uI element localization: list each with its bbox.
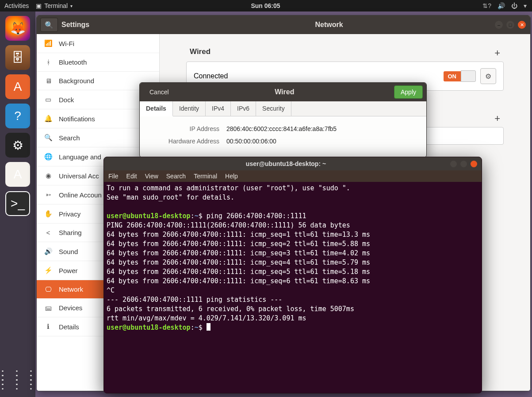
sidebar-item-label: Online Accoun bbox=[59, 191, 102, 199]
dock-settings-icon[interactable]: ⚙ bbox=[5, 133, 30, 158]
maximize-icon[interactable] bbox=[460, 161, 467, 167]
activities-button[interactable]: Activities bbox=[4, 2, 29, 9]
add-connection-button[interactable]: + bbox=[494, 47, 500, 59]
sidebar-item-label: Dock bbox=[59, 96, 74, 104]
dock-updater-icon[interactable]: A bbox=[5, 162, 30, 187]
sidebar-item-label: Privacy bbox=[59, 210, 80, 218]
wired-dialog: Cancel Wired Apply DetailsIdentityIPv4IP… bbox=[139, 82, 427, 158]
dock-software-icon[interactable]: A bbox=[5, 74, 30, 99]
sidebar-item-label: Sharing bbox=[59, 229, 82, 236]
wired-status-label: Connected bbox=[194, 72, 228, 80]
menu-search[interactable]: Search bbox=[166, 173, 186, 180]
sidebar-item-icon: 📶 bbox=[44, 39, 53, 47]
terminal-output[interactable]: To run a command as administrator (user … bbox=[104, 182, 482, 393]
sidebar-item-icon: 🖴 bbox=[44, 304, 53, 312]
sidebar-item-label: Background bbox=[59, 77, 94, 85]
chevron-down-icon: ▾ bbox=[70, 4, 73, 8]
app-menu-label: Terminal bbox=[44, 2, 68, 9]
sidebar-item-icon: ⚡ bbox=[44, 266, 53, 274]
terminal-window: user@ubuntu18-desktop: ~ FileEditViewSea… bbox=[103, 157, 482, 393]
gear-icon: ⚙ bbox=[485, 72, 491, 81]
wired-tabs: DetailsIdentityIPv4IPv6Security bbox=[140, 101, 426, 116]
sidebar-item-icon: 🔊 bbox=[44, 247, 53, 255]
ip-address-label: IP Address bbox=[149, 125, 219, 132]
volume-icon[interactable]: 🔊 bbox=[498, 2, 505, 9]
sidebar-item-label: Power bbox=[59, 267, 78, 274]
sidebar-item-icon: 🌐 bbox=[44, 153, 53, 161]
tab-details[interactable]: Details bbox=[140, 101, 173, 116]
close-icon[interactable] bbox=[471, 161, 477, 167]
minimize-icon[interactable]: – bbox=[495, 21, 503, 29]
apply-button[interactable]: Apply bbox=[394, 85, 423, 99]
sidebar-item-label: Language and bbox=[59, 153, 101, 161]
sidebar-item-icon: ℹ bbox=[44, 323, 53, 331]
sidebar-item-label: Network bbox=[59, 285, 83, 293]
sidebar-item-icon: 🖵 bbox=[44, 285, 53, 293]
sidebar-item-label: Details bbox=[59, 323, 79, 331]
wired-toggle-label: ON bbox=[444, 71, 461, 81]
top-panel: Activities ▣ Terminal ▾ Sun 06:05 ⇅? 🔊 ⏻… bbox=[0, 0, 532, 12]
sidebar-item-icon: ▭ bbox=[44, 96, 53, 104]
terminal-title: user@ubuntu18-desktop: ~ bbox=[122, 160, 450, 167]
dock-help-icon[interactable]: ? bbox=[5, 104, 30, 128]
search-icon: 🔍 bbox=[45, 21, 54, 29]
hw-address-value: 00:50:00:00:06:00 bbox=[226, 138, 276, 145]
sidebar-item-icon: ◉ bbox=[44, 172, 53, 180]
sidebar-item-icon: 🔔 bbox=[44, 115, 53, 123]
menu-help[interactable]: Help bbox=[225, 173, 238, 180]
wired-section-title: Wired bbox=[190, 47, 211, 59]
tab-ipv4[interactable]: IPv4 bbox=[206, 101, 231, 116]
close-icon[interactable]: ✕ bbox=[518, 21, 526, 29]
terminal-menubar: FileEditViewSearchTerminalHelp bbox=[104, 170, 482, 182]
wired-settings-button[interactable]: ⚙ bbox=[480, 68, 496, 84]
maximize-icon[interactable]: □ bbox=[506, 21, 514, 29]
sidebar-item-icon: ᚼ bbox=[44, 58, 53, 66]
settings-app-title: Settings bbox=[61, 21, 163, 29]
wired-dialog-title: Wired bbox=[179, 88, 390, 96]
show-applications-icon[interactable]: ⋮⋮⋮⋮⋮⋮⋮⋮⋮ bbox=[0, 373, 39, 386]
sidebar-item-label: Bluetooth bbox=[59, 58, 87, 66]
cancel-button[interactable]: Cancel bbox=[143, 86, 175, 98]
sidebar-item-label: Notifications bbox=[59, 115, 95, 123]
sidebar-item-icon: ✋ bbox=[44, 210, 53, 218]
menu-terminal[interactable]: Terminal bbox=[194, 173, 217, 180]
sidebar-item-label: Sound bbox=[59, 248, 78, 255]
wired-toggle-knob bbox=[461, 70, 476, 82]
sidebar-item-label: Devices bbox=[59, 304, 82, 312]
ip-address-value: 2806:40c:6002:cccc:8414:a6fe:a8a:7fb5 bbox=[226, 125, 337, 132]
settings-titlebar: 🔍 Settings Network – □ ✕ bbox=[37, 15, 530, 34]
network-indicator-icon[interactable]: ⇅? bbox=[482, 2, 491, 9]
sidebar-item-wi-fi[interactable]: 📶Wi-Fi bbox=[37, 34, 159, 53]
sidebar-item-icon: < bbox=[44, 229, 53, 236]
sidebar-item-icon: 🖥 bbox=[44, 77, 53, 85]
app-menu[interactable]: ▣ Terminal ▾ bbox=[36, 2, 73, 9]
sidebar-item-label: Universal Acc bbox=[59, 172, 99, 180]
power-icon[interactable]: ⏻ bbox=[511, 2, 517, 9]
tab-identity[interactable]: Identity bbox=[173, 101, 206, 116]
sidebar-item-label: Search bbox=[59, 134, 80, 142]
sidebar-item-icon: ➳ bbox=[44, 191, 53, 199]
sidebar-item-bluetooth[interactable]: ᚼBluetooth bbox=[37, 53, 159, 72]
dock-firefox-icon[interactable]: 🦊 bbox=[5, 16, 30, 41]
menu-edit[interactable]: Edit bbox=[126, 173, 137, 180]
hw-address-label: Hardware Address bbox=[149, 138, 219, 145]
dock-terminal-icon[interactable]: >_ bbox=[5, 191, 30, 216]
add-vpn-button[interactable]: + bbox=[494, 113, 500, 124]
sidebar-item-label: Wi-Fi bbox=[59, 40, 74, 47]
terminal-icon: ▣ bbox=[36, 2, 42, 9]
menu-view[interactable]: View bbox=[145, 173, 158, 180]
tab-security[interactable]: Security bbox=[256, 101, 291, 116]
minimize-icon[interactable] bbox=[450, 161, 457, 167]
dock-files-icon[interactable]: 🗄 bbox=[5, 45, 30, 70]
wired-details-panel: IP Address 2806:40c:6002:cccc:8414:a6fe:… bbox=[140, 116, 426, 154]
clock[interactable]: Sun 06:05 bbox=[179, 2, 353, 9]
settings-page-title: Network bbox=[163, 21, 495, 29]
sidebar-item-icon: 🔍 bbox=[44, 134, 53, 142]
tab-ipv6[interactable]: IPv6 bbox=[231, 101, 256, 116]
chevron-down-icon[interactable]: ▾ bbox=[524, 2, 527, 9]
wired-toggle[interactable]: ON bbox=[444, 70, 476, 82]
menu-file[interactable]: File bbox=[108, 173, 119, 180]
search-button[interactable]: 🔍 bbox=[40, 18, 58, 32]
dock: 🦊 🗄 A ? ⚙ A >_ ⋮⋮⋮⋮⋮⋮⋮⋮⋮ bbox=[0, 12, 35, 397]
